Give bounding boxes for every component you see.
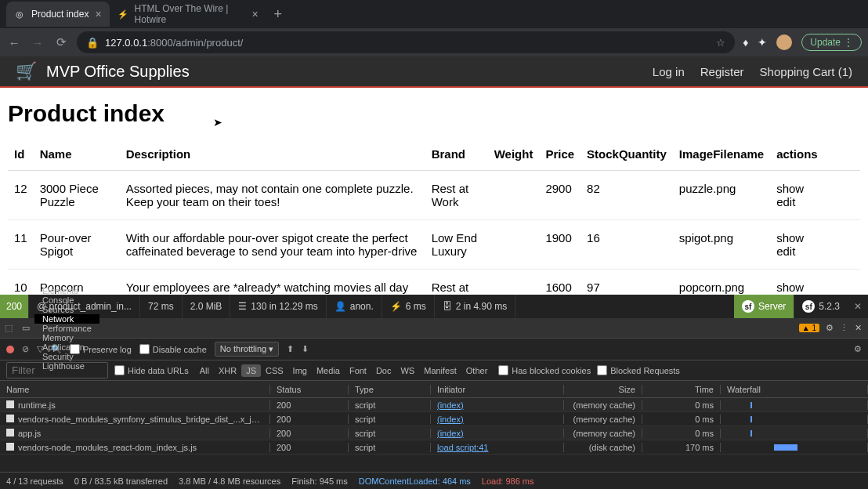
network-column-header[interactable]: Time: [642, 385, 721, 394]
table-cell: Assorted pieces, may not contain one com…: [120, 171, 425, 220]
table-cell: 3000 Piece Puzzle: [34, 171, 120, 220]
filter-type-button[interactable]: XHR: [214, 364, 241, 377]
url-bar[interactable]: 🔒 127.0.0.1:8000/admin/product/ ☆: [77, 31, 735, 53]
sf-cache[interactable]: 🗄2 in 4.90 ms: [435, 295, 515, 318]
forward-icon: →: [30, 36, 45, 49]
new-tab-button[interactable]: +: [266, 6, 291, 23]
devtools: ⬚ ▭ ElementsConsoleSourcesNetworkPerform…: [0, 318, 868, 489]
column-header[interactable]: ImageFilename: [673, 138, 770, 171]
sf-status-code[interactable]: 200: [0, 295, 29, 318]
show-link[interactable]: show: [776, 231, 854, 244]
filter-type-button[interactable]: Other: [461, 364, 493, 377]
preserve-log-checkbox[interactable]: Preserve log: [70, 344, 132, 354]
initiator-link[interactable]: (index): [437, 400, 464, 410]
initiator-link[interactable]: (index): [437, 415, 464, 424]
edit-link[interactable]: edit: [776, 195, 854, 208]
column-header[interactable]: Id: [8, 138, 34, 171]
browser-tab-inactive[interactable]: ⚡ HTML Over The Wire | Hotwire ×: [110, 2, 266, 27]
column-header[interactable]: Weight: [488, 138, 540, 171]
blocked-requests-checkbox[interactable]: Blocked Requests: [597, 365, 680, 375]
filter-type-button[interactable]: Manifest: [419, 364, 461, 377]
brand[interactable]: 🛒 MVP Office Supplies: [16, 61, 190, 82]
column-header[interactable]: Brand: [425, 138, 488, 171]
column-header[interactable]: actions: [770, 138, 860, 171]
network-column-header[interactable]: Name: [0, 385, 270, 394]
network-row[interactable]: runtime.js200script(index)(memory cache)…: [0, 398, 868, 412]
network-column-header[interactable]: Initiator: [431, 385, 564, 394]
table-cell: puzzle.png: [673, 171, 770, 220]
table-cell: 11: [8, 220, 34, 270]
login-link[interactable]: Log in: [653, 65, 685, 78]
sf-memory[interactable]: 2.0 MiB: [183, 295, 231, 318]
disable-cache-checkbox[interactable]: Disable cache: [139, 344, 207, 354]
initiator-link[interactable]: load script:41: [437, 443, 488, 452]
close-icon[interactable]: ×: [251, 8, 258, 20]
warning-badge[interactable]: ▲ 1: [799, 324, 819, 332]
devtools-tab[interactable]: Network: [34, 314, 99, 324]
filter-type-button[interactable]: Img: [288, 364, 312, 377]
network-column-header[interactable]: Status: [270, 385, 349, 394]
filter-icon[interactable]: ▽: [37, 344, 43, 354]
sf-server[interactable]: sfServer: [734, 295, 794, 318]
close-icon[interactable]: ✕: [855, 323, 862, 333]
extensions-icon[interactable]: ✦: [758, 36, 767, 49]
column-header[interactable]: Description: [120, 138, 425, 171]
column-header[interactable]: StockQuantity: [580, 138, 673, 171]
throttling-select[interactable]: No throttling ▾: [215, 342, 279, 357]
flame-icon[interactable]: ♦: [743, 36, 748, 49]
network-row[interactable]: vendors-node_modules_react-dom_index_js.…: [0, 440, 868, 455]
sf-version[interactable]: sf5.2.3: [794, 300, 848, 313]
record-icon[interactable]: [6, 346, 14, 353]
column-header[interactable]: Name: [34, 138, 120, 171]
column-header[interactable]: Price: [539, 138, 580, 171]
filter-type-button[interactable]: Media: [312, 364, 345, 377]
network-column-header[interactable]: Type: [349, 385, 431, 394]
download-icon[interactable]: ⬇: [302, 344, 309, 354]
close-icon[interactable]: ×: [95, 8, 101, 20]
star-icon[interactable]: ☆: [716, 37, 725, 49]
user-icon: 👤: [335, 301, 346, 312]
filter-type-button[interactable]: Doc: [371, 364, 396, 377]
edit-link[interactable]: edit: [776, 244, 854, 258]
menu-icon[interactable]: ⋮: [840, 323, 848, 333]
filter-input[interactable]: [6, 362, 108, 379]
initiator-link[interactable]: (index): [437, 429, 464, 438]
avatar[interactable]: [776, 34, 792, 50]
search-icon[interactable]: 🔍: [51, 344, 62, 354]
sf-user[interactable]: 👤anon.: [327, 295, 382, 318]
cart-link[interactable]: Shopping Cart (1): [760, 65, 852, 78]
network-row[interactable]: vendors-node_modules_symfony_stimulus_br…: [0, 412, 868, 426]
blocked-cookies-checkbox[interactable]: Has blocked cookies: [498, 365, 591, 375]
gear-icon[interactable]: ⚙: [826, 323, 834, 333]
show-link[interactable]: show: [776, 281, 854, 294]
filter-type-button[interactable]: All: [195, 364, 214, 377]
devtools-tab[interactable]: Elements: [34, 286, 99, 295]
inspect-icon[interactable]: ⬚: [0, 323, 17, 333]
close-icon[interactable]: ✕: [848, 301, 868, 312]
reload-icon[interactable]: ⟳: [53, 35, 69, 49]
devtools-tab[interactable]: Console: [34, 295, 99, 305]
clear-icon[interactable]: ⊘: [22, 344, 29, 354]
hide-urls-checkbox[interactable]: Hide data URLs: [114, 365, 189, 375]
sf-ajax[interactable]: ⚡6 ms: [382, 295, 435, 318]
update-button[interactable]: Update⋮: [801, 34, 862, 51]
devtools-tab[interactable]: Performance: [34, 324, 99, 333]
filter-type-button[interactable]: JS: [241, 364, 261, 377]
gear-icon[interactable]: ⚙: [854, 344, 862, 354]
filter-type-button[interactable]: WS: [396, 364, 419, 377]
sf-time[interactable]: 72 ms: [140, 295, 183, 318]
show-link[interactable]: show: [776, 182, 854, 195]
network-column-header[interactable]: Waterfall: [721, 385, 868, 394]
register-link[interactable]: Register: [700, 65, 744, 78]
filter-type-button[interactable]: Font: [345, 364, 371, 377]
upload-icon[interactable]: ⬆: [287, 344, 294, 354]
device-icon[interactable]: ▭: [17, 323, 34, 333]
network-column-header[interactable]: Size: [564, 385, 642, 394]
status-transferred: 0 B / 83.5 kB transferred: [74, 476, 168, 486]
sf-db[interactable]: ☰130 in 12.29 ms: [230, 295, 326, 318]
devtools-tab[interactable]: Sources: [34, 305, 99, 314]
network-row[interactable]: app.js200script(index)(memory cache)0 ms: [0, 426, 868, 440]
browser-tab-active[interactable]: ◎ Product index ×: [6, 2, 110, 27]
back-icon[interactable]: ←: [6, 36, 22, 49]
filter-type-button[interactable]: CSS: [261, 364, 288, 377]
